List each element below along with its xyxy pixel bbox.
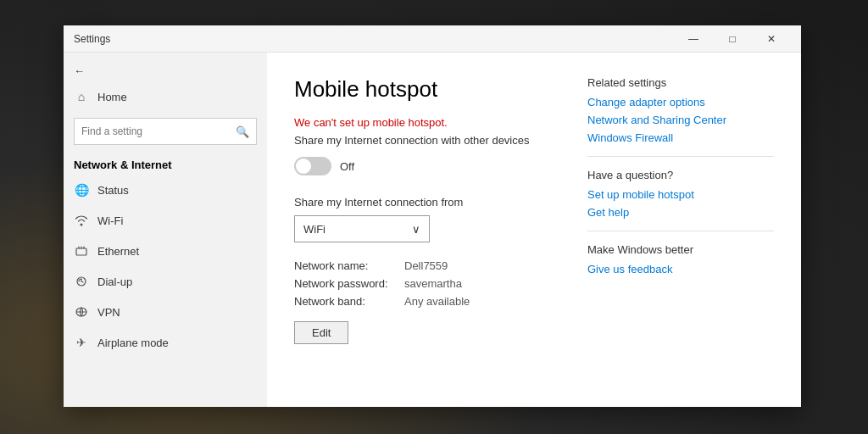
give-feedback-link[interactable]: Give us feedback xyxy=(587,263,774,275)
network-band-value: Any available xyxy=(404,295,554,308)
have-a-question-title: Have a question? xyxy=(587,169,774,181)
change-adapter-link[interactable]: Change adapter options xyxy=(587,96,774,108)
window-controls: — □ ✕ xyxy=(674,25,791,53)
network-password-label: Network password: xyxy=(294,277,404,290)
setup-hotspot-link[interactable]: Set up mobile hotspot xyxy=(587,188,774,201)
wifi-icon xyxy=(74,213,89,228)
dialup-icon xyxy=(74,274,89,289)
divider-2 xyxy=(587,231,774,231)
network-name-value: Dell7559 xyxy=(404,259,554,272)
home-nav-item[interactable]: ⌂ Home xyxy=(64,82,267,111)
windows-firewall-link[interactable]: Windows Firewall xyxy=(587,131,774,144)
get-help-link[interactable]: Get help xyxy=(587,206,774,219)
divider-1 xyxy=(587,156,774,157)
page-title: Mobile hotspot xyxy=(294,76,554,103)
edit-button[interactable]: Edit xyxy=(294,321,348,344)
window-body: ← ⌂ Home 🔍 Network & Internet 🌐 Status xyxy=(64,53,801,407)
main-content: Mobile hotspot We can't set up mobile ho… xyxy=(267,53,801,407)
sidebar-item-airplane-label: Airplane mode xyxy=(97,337,169,349)
network-info: Network name: Dell7559 Network password:… xyxy=(294,259,554,308)
share-from-label: Share my Internet connection from xyxy=(294,196,554,209)
home-label: Home xyxy=(97,91,127,103)
home-icon: ⌂ xyxy=(74,89,89,104)
search-box[interactable]: 🔍 xyxy=(74,118,257,145)
error-message: We can't set up mobile hotspot. xyxy=(294,116,554,129)
settings-window: Settings — □ ✕ ← ⌂ Home 🔍 Network & Inte… xyxy=(64,25,801,407)
back-icon: ← xyxy=(74,64,85,77)
sidebar-item-ethernet[interactable]: Ethernet xyxy=(64,236,267,266)
main-right: Related settings Change adapter options … xyxy=(587,76,774,383)
sidebar-item-wifi-label: Wi-Fi xyxy=(97,214,123,227)
svg-rect-0 xyxy=(76,248,86,255)
ethernet-icon xyxy=(74,243,89,259)
maximize-button[interactable]: □ xyxy=(713,25,752,53)
sidebar: ← ⌂ Home 🔍 Network & Internet 🌐 Status xyxy=(64,53,267,407)
network-name-label: Network name: xyxy=(294,259,404,272)
search-input[interactable] xyxy=(81,125,231,137)
network-password-value: savemartha xyxy=(404,277,554,290)
sidebar-item-airplane[interactable]: ✈ Airplane mode xyxy=(64,327,267,358)
back-button[interactable]: ← xyxy=(64,59,267,82)
network-band-label: Network band: xyxy=(294,295,404,308)
related-settings-title: Related settings xyxy=(587,76,774,89)
share-description: Share my Internet connection with other … xyxy=(294,134,554,147)
status-icon: 🌐 xyxy=(74,182,89,198)
network-sharing-center-link[interactable]: Network and Sharing Center xyxy=(587,114,774,126)
vpn-icon xyxy=(74,304,89,320)
close-button[interactable]: ✕ xyxy=(752,25,791,53)
sidebar-item-status[interactable]: 🌐 Status xyxy=(64,175,267,205)
sidebar-item-dialup-label: Dial-up xyxy=(97,275,132,288)
hotspot-toggle[interactable] xyxy=(294,157,331,175)
main-left: Mobile hotspot We can't set up mobile ho… xyxy=(294,76,554,383)
toggle-label: Off xyxy=(340,160,354,173)
dropdown-value: WiFi xyxy=(303,223,326,236)
sidebar-item-vpn[interactable]: VPN xyxy=(64,297,267,327)
search-icon: 🔍 xyxy=(236,125,249,138)
sidebar-item-wifi[interactable]: Wi-Fi xyxy=(64,205,267,236)
connection-dropdown[interactable]: WiFi ∨ xyxy=(294,215,430,242)
sidebar-item-dialup[interactable]: Dial-up xyxy=(64,266,267,297)
sidebar-item-vpn-label: VPN xyxy=(97,306,120,319)
toggle-row: Off xyxy=(294,157,554,175)
sidebar-item-ethernet-label: Ethernet xyxy=(97,245,139,258)
dropdown-chevron-icon: ∨ xyxy=(412,223,420,236)
minimize-button[interactable]: — xyxy=(674,25,713,53)
sidebar-item-status-label: Status xyxy=(97,184,129,197)
window-title: Settings xyxy=(74,33,674,45)
airplane-icon: ✈ xyxy=(74,335,89,350)
make-better-title: Make Windows better xyxy=(587,243,774,256)
title-bar: Settings — □ ✕ xyxy=(64,25,801,53)
sidebar-section-title: Network & Internet xyxy=(64,152,267,175)
